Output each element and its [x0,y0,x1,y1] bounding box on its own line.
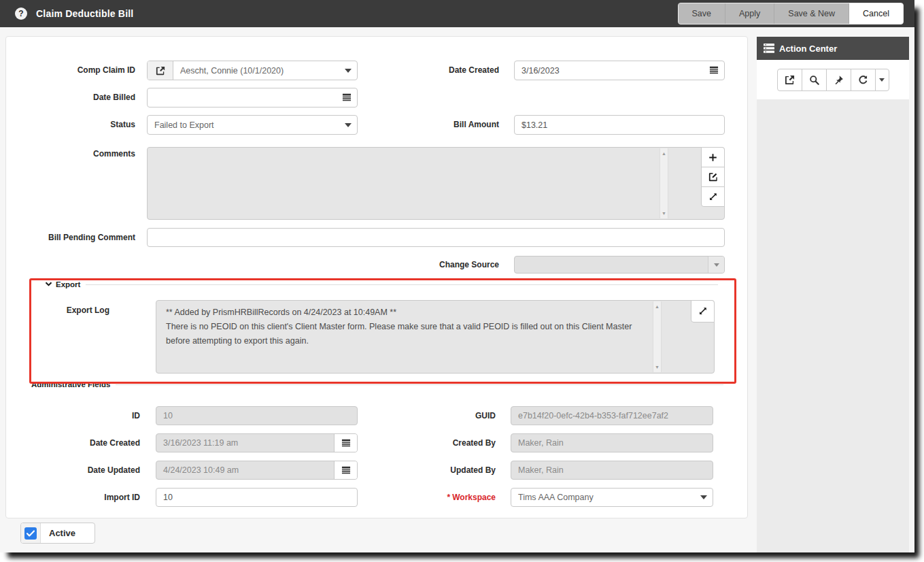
calendar-icon[interactable] [337,93,357,102]
pencil-square-icon [708,172,718,182]
comp-claim-id-label: Comp Claim ID [20,65,135,75]
export-log-textarea: ** Added by PrismHRBillRecords on 4/24/2… [156,300,715,374]
refresh-button[interactable] [851,69,876,91]
required-asterisk: * [447,493,451,502]
scroll-down-icon[interactable]: ▼ [653,365,661,369]
workspace-label: *Workspace [380,493,496,502]
scroll-up-icon[interactable]: ▲ [660,151,668,156]
bill-pending-comment-input[interactable] [147,228,725,247]
more-actions-button[interactable] [875,69,889,91]
scroll-down-icon[interactable]: ▼ [660,211,668,216]
comments-value [148,148,167,157]
external-link-icon [785,75,795,85]
chevron-down-icon [708,257,724,273]
chevron-down-icon [339,123,357,127]
titlebar-button-group: Save Apply Save & New Cancel [678,3,904,24]
plus-icon [708,153,717,162]
date-billed-input[interactable] [147,88,358,108]
bill-amount-input[interactable]: $13.21 [514,115,725,135]
apply-button[interactable]: Apply [725,3,774,24]
search-button[interactable] [802,69,827,91]
admin-date-created-label: Date Created [24,438,140,448]
resize-diagonal-icon [698,307,707,316]
chevron-down-icon [45,282,52,287]
import-id-value: 10 [156,493,357,502]
page-title: Claim Deductible Bill [36,8,133,19]
action-center-title: Action Center [779,44,837,54]
guid-label: GUID [380,411,496,420]
status-dropdown[interactable]: Failed to Export [147,115,358,135]
admin-legend: Administrative Fields [31,380,110,389]
pin-button[interactable] [826,69,851,91]
created-by-label: Created By [380,438,496,448]
updated-by-label: Updated By [380,465,496,475]
checkbox-checked-icon[interactable] [24,527,37,540]
created-by-input: Maker, Rain [511,433,713,452]
date-created-label: Date Created [383,65,499,75]
import-id-input[interactable]: 10 [156,488,358,507]
date-created-input[interactable]: 3/16/2023 [514,61,725,80]
change-source-dropdown [514,256,725,274]
scroll-up-icon[interactable]: ▲ [653,304,661,309]
calendar-icon[interactable] [704,66,724,75]
export-legend: Export [56,280,80,288]
bill-amount-label: Bill Amount [383,120,499,129]
active-checkbox-control[interactable]: Active [20,523,95,544]
date-created-value: 3/16/2023 [515,66,704,76]
chevron-down-icon [339,69,357,73]
date-updated-value: 4/24/2023 10:49 am [156,465,334,475]
save-button[interactable]: Save [679,3,726,24]
list-bars-icon [764,44,774,53]
checkbox-cell[interactable] [21,523,41,543]
add-comment-button[interactable] [701,147,725,167]
export-section-header[interactable]: Export [45,280,718,288]
workspace-dropdown[interactable]: Tims AAA Company [511,488,713,507]
help-icon[interactable]: ? [15,7,27,20]
open-in-new-button[interactable] [777,69,802,91]
guid-value: e7b14f20-0efc-42b4-b353-faf712ee7af2 [511,411,713,420]
goto-record-button[interactable] [148,61,173,80]
id-input: 10 [156,406,358,425]
date-updated-input: 4/24/2023 10:49 am [156,461,358,480]
export-log-label: Export Log [28,305,109,315]
change-source-label: Change Source [383,260,499,269]
app-body: Comp Claim ID Aescht, Connie (10/1/2020)… [0,27,914,552]
comments-textarea: ▲ ▼ [147,147,725,220]
admin-date-created-value: 3/16/2023 11:19 am [156,438,334,448]
cancel-button[interactable]: Cancel [849,3,903,24]
titlebar: ? Claim Deductible Bill Save Apply Save … [0,0,914,27]
comments-scrollbar[interactable]: ▲ ▼ [660,148,668,218]
comp-claim-id-dropdown[interactable]: Aescht, Connie (10/1/2020) [147,61,358,80]
comp-claim-id-value: Aescht, Connie (10/1/2020) [173,66,339,76]
export-log-value: ** Added by PrismHRBillRecords on 4/24/2… [156,301,643,353]
chevron-down-icon [695,495,713,499]
action-center-panel: Action Center [757,37,909,552]
guid-input: e7b14f20-0efc-42b4-b353-faf712ee7af2 [511,406,713,425]
action-center-body [757,99,909,552]
calendar-icon[interactable] [334,461,357,479]
expand-comments-button[interactable] [701,186,725,207]
legend-divider [86,284,718,285]
admin-date-created-input: 3/16/2023 11:19 am [156,433,358,452]
comments-buttons [701,147,725,207]
updated-by-value: Maker, Rain [511,465,713,475]
save-and-new-button[interactable]: Save & New [774,3,849,24]
refresh-icon [858,75,868,85]
id-label: ID [24,411,140,420]
calendar-icon[interactable] [334,434,357,452]
date-updated-label: Date Updated [24,465,140,475]
caret-down-icon [879,78,885,82]
export-log-scrollbar[interactable]: ▲ ▼ [653,301,662,372]
export-log-buttons [691,300,715,323]
edit-comment-button[interactable] [701,167,725,187]
id-value: 10 [156,411,357,420]
date-billed-label: Date Billed [20,93,135,102]
bill-pending-comment-label: Bill Pending Comment [20,233,135,242]
expand-export-log-button[interactable] [691,300,715,323]
import-id-label: Import ID [24,493,140,502]
admin-section-header: Administrative Fields [31,380,723,389]
updated-by-input: Maker, Rain [511,461,713,480]
workspace-value: Tims AAA Company [511,493,695,502]
status-value: Failed to Export [148,120,339,130]
search-icon [809,75,819,85]
